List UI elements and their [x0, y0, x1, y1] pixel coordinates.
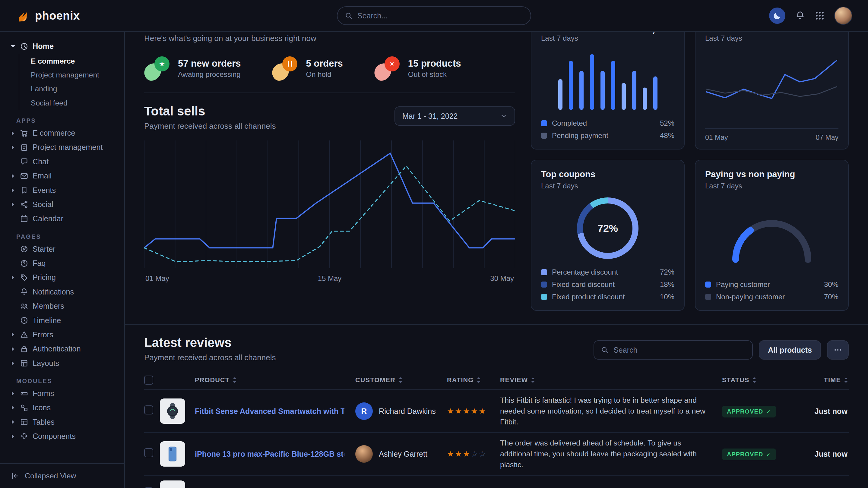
column-header-status[interactable]: STATUS: [722, 376, 793, 384]
review-text: The order was delivered ahead of schedul…: [500, 438, 722, 470]
sidebar-item-e-commerce[interactable]: E commerce: [19, 54, 124, 68]
product-link[interactable]: Fitbit Sense Advanced Smartwatch with To…: [195, 407, 344, 416]
reviews-actions: All products: [593, 340, 849, 360]
sidebar-item-notifications[interactable]: Notifications: [0, 285, 124, 299]
caret-spacer: [10, 318, 16, 323]
collapsed-view-toggle[interactable]: Collapsed View: [0, 463, 124, 488]
column-header-rating[interactable]: RATING: [447, 376, 500, 384]
chevron-right-icon: [10, 434, 16, 439]
sidebar-item-calendar[interactable]: Calendar: [0, 212, 124, 226]
sidebar-item-project-management[interactable]: Project management: [0, 140, 124, 154]
cart-icon: [20, 129, 28, 137]
product-link[interactable]: iPhone 13 pro max-Pacific Blue-128GB sto…: [195, 450, 344, 458]
sidebar-item-project-management[interactable]: Project management: [19, 68, 124, 82]
theme-toggle-button[interactable]: [769, 7, 785, 24]
user-avatar[interactable]: [834, 7, 852, 25]
row-checkbox[interactable]: [144, 405, 153, 415]
column-header-review[interactable]: REVIEW: [500, 376, 722, 384]
summary-cards: Total orders -6.8% Last 7 days 16,247 Co…: [531, 12, 849, 311]
total-sells-title: Total sells: [144, 104, 276, 119]
stat-value: 15 products: [408, 58, 461, 69]
sidebar-item-landing[interactable]: Landing: [19, 82, 124, 96]
sidebar-item-e-commerce[interactable]: E commerce: [0, 126, 124, 140]
x-axis-label: 01 May: [705, 133, 728, 142]
apps-menu-button[interactable]: [815, 11, 825, 21]
paying-legend: Paying customer30%Non-paying customer70%: [705, 279, 838, 303]
sidebar-item-members[interactable]: Members: [0, 299, 124, 313]
column-header-customer[interactable]: CUSTOMER: [355, 376, 447, 384]
sidebar-item-events[interactable]: Events: [0, 183, 124, 197]
sidebar-item-social[interactable]: Social: [0, 197, 124, 212]
sidebar-item-timeline[interactable]: Timeline: [0, 313, 124, 327]
search-icon: [345, 12, 352, 20]
coupons-legend: Percentage discount72%Fixed card discoun…: [541, 266, 674, 303]
sidebar-submenu: E commerceProject managementLandingSocia…: [19, 54, 124, 110]
total-sells-subtitle: Payment received across all channels: [144, 122, 276, 131]
sidebar-item-icons[interactable]: Icons: [0, 400, 124, 415]
collapsed-view-label: Collapsed View: [25, 472, 76, 480]
reviews-search-input[interactable]: [614, 346, 746, 355]
card-title: Paying vs non paying: [705, 169, 795, 180]
page-subtitle: Here's what's going on at your business …: [144, 34, 515, 43]
chevron-right-icon: [10, 173, 16, 179]
all-products-button[interactable]: All products: [759, 340, 821, 360]
product-thumbnail-watch[interactable]: [160, 398, 185, 424]
new-customers-card: New customers +26.5% Last 7 days 356 01 …: [695, 12, 849, 150]
sidebar-item-tables[interactable]: Tables: [0, 415, 124, 429]
select-all-checkbox[interactable]: [144, 376, 153, 385]
review-row: iPhone 13 pro max-Pacific Blue-128GB sto…: [144, 433, 849, 476]
sidebar-item-starter[interactable]: Starter: [0, 242, 124, 256]
bell-icon: [795, 10, 805, 21]
clock-icon: [20, 316, 28, 325]
caret-spacer: [10, 216, 16, 222]
legend-fixed-product-discount: Fixed product discount10%: [541, 291, 674, 303]
row-checkbox[interactable]: [144, 448, 153, 457]
stat-orders-on-hold: 5 ordersOn hold: [272, 56, 343, 80]
card-period: Last 7 days: [705, 182, 795, 190]
sidebar-item-home[interactable]: Home: [0, 39, 124, 53]
caret-spacer: [10, 246, 16, 252]
date-range-value: Mar 1 - 31, 2022: [402, 112, 458, 121]
chevron-right-icon: [10, 332, 16, 337]
table-header-row: PRODUCTCUSTOMERRATINGREVIEWSTATUSTIME: [144, 371, 849, 390]
sidebar-item-email[interactable]: Email: [0, 169, 124, 183]
stats-divider: [144, 93, 515, 93]
customer-name: Ashley Garrett: [379, 450, 427, 458]
latest-reviews-subtitle: Payment received across all channels: [144, 353, 276, 362]
legend-paying-customer: Paying customer30%: [705, 279, 838, 291]
stats-row: ★ 57 new ordersAwating processing 5 orde…: [144, 56, 515, 80]
sidebar-heading-apps: APPS: [16, 117, 124, 124]
top-navbar: phoenix: [0, 0, 868, 32]
global-search-input[interactable]: [358, 11, 523, 20]
product-thumbnail-box[interactable]: [160, 481, 185, 488]
reviews-table: PRODUCTCUSTOMERRATINGREVIEWSTATUSTIME Fi…: [144, 371, 849, 488]
sidebar-item-forms[interactable]: Forms: [0, 386, 124, 400]
notifications-button[interactable]: [795, 10, 805, 21]
lock-icon: [20, 345, 28, 353]
stat-new-orders: ★ 57 new ordersAwating processing: [144, 56, 241, 80]
brand[interactable]: phoenix: [16, 8, 80, 23]
sidebar-item-pricing[interactable]: Pricing: [0, 270, 124, 285]
sidebar-item-social-feed[interactable]: Social feed: [19, 96, 124, 110]
sidebar-item-authentication[interactable]: Authentication: [0, 342, 124, 356]
question-icon: [20, 259, 28, 268]
sidebar-item-layouts[interactable]: Layouts: [0, 356, 124, 370]
stat-out-of-stock: × 15 productsOut of stock: [374, 56, 461, 80]
chevron-right-icon: [10, 131, 16, 136]
more-options-button[interactable]: [827, 340, 849, 360]
column-header-time[interactable]: TIME: [793, 376, 849, 384]
calendar-icon: [20, 215, 28, 223]
legend-fixed-card-discount: Fixed card discount18%: [541, 279, 674, 291]
sidebar-item-errors[interactable]: Errors: [0, 328, 124, 342]
product-thumbnail-phone[interactable]: [160, 441, 185, 466]
reviews-search: [593, 340, 753, 360]
new-customers-line-chart: [706, 53, 837, 122]
sidebar-item-faq[interactable]: Faq: [0, 256, 124, 270]
total-sells-header: Total sells Payment received across all …: [144, 104, 515, 131]
legend-percentage-discount: Percentage discount72%: [541, 266, 674, 279]
sidebar-item-chat[interactable]: Chat: [0, 155, 124, 169]
sidebar-item-components[interactable]: Components: [0, 429, 124, 444]
new-customers-x-axis: 01 May07 May: [705, 128, 838, 142]
column-header-product[interactable]: PRODUCT: [195, 376, 355, 384]
date-range-select[interactable]: Mar 1 - 31, 2022: [395, 106, 515, 126]
